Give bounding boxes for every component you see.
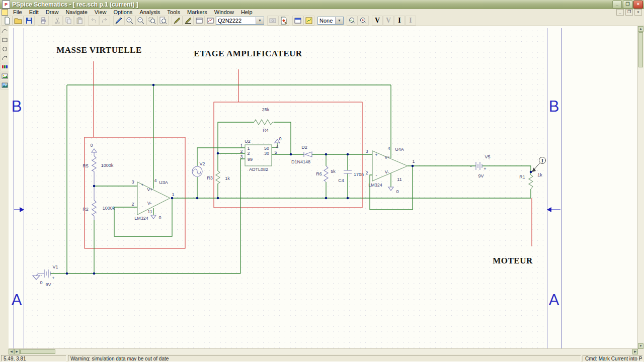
minimize-button[interactable]: _ bbox=[612, 1, 622, 9]
u4a-pin4[interactable]: 4 bbox=[387, 146, 390, 151]
menu-options[interactable]: Options bbox=[110, 9, 136, 16]
draw-rectangle-tool[interactable] bbox=[1, 36, 9, 44]
redo-icon[interactable] bbox=[99, 16, 110, 26]
insert-picture-tool[interactable] bbox=[1, 72, 9, 80]
label-masse-virtuelle[interactable]: MASSE VIRTUELLE bbox=[56, 45, 142, 55]
u4a-vminus[interactable]: V- bbox=[385, 169, 389, 174]
get-recent-part-icon[interactable] bbox=[205, 16, 216, 26]
r5-value[interactable]: 1000k bbox=[101, 163, 114, 168]
menu-file[interactable]: File bbox=[10, 9, 26, 16]
u2-pin5[interactable]: 5 bbox=[274, 150, 277, 155]
c4-value[interactable]: 170n bbox=[354, 172, 364, 177]
frame-row-b-right[interactable]: B bbox=[549, 98, 559, 116]
edit-symbol-icon[interactable] bbox=[267, 16, 278, 26]
u4a-pin3[interactable]: 3 bbox=[365, 149, 368, 154]
document-icon[interactable] bbox=[2, 9, 8, 16]
v1-value[interactable]: 9V bbox=[45, 282, 51, 287]
horizontal-scroll-thumb[interactable] bbox=[20, 349, 55, 354]
r4-name[interactable]: R4 bbox=[263, 128, 269, 133]
get-new-part-button[interactable] bbox=[278, 16, 289, 26]
d2-part[interactable]: D1N4148 bbox=[291, 159, 310, 164]
gnd-label-u4a[interactable]: 0 bbox=[396, 189, 398, 194]
u3a-plus[interactable]: + bbox=[141, 183, 143, 188]
v5-name[interactable]: V5 bbox=[485, 154, 490, 159]
d2-name[interactable]: D2 bbox=[301, 145, 307, 150]
gnd-label-v1[interactable]: 0 bbox=[40, 280, 42, 285]
draw-circle-tool[interactable] bbox=[1, 45, 9, 53]
menu-window[interactable]: Window bbox=[211, 9, 237, 16]
u4a-vplus[interactable]: V+ bbox=[384, 155, 390, 160]
schematic-canvas[interactable]: MASSE VIRTUELLEETAGE AMPLIFICATEURMOTEUR… bbox=[9, 26, 638, 349]
cut-icon[interactable] bbox=[52, 16, 63, 26]
horizontal-scrollbar[interactable]: ◀ ▶ ▶ bbox=[9, 348, 638, 354]
gnd-label-r5[interactable]: 0 bbox=[90, 143, 93, 148]
view-bias-icon[interactable] bbox=[358, 16, 369, 26]
r4-value[interactable]: 25k bbox=[262, 107, 270, 112]
menu-navigate[interactable]: Navigate bbox=[62, 9, 91, 16]
vertical-scroll-thumb[interactable] bbox=[638, 32, 643, 67]
draw-wire-button[interactable] bbox=[113, 16, 124, 26]
label-moteur[interactable]: MOTEUR bbox=[493, 256, 533, 266]
new-file-button[interactable] bbox=[2, 16, 13, 26]
r1-name[interactable]: R1 bbox=[519, 174, 525, 179]
simulate-button[interactable] bbox=[303, 16, 314, 26]
u3a-pin11[interactable]: 11 bbox=[147, 209, 152, 214]
save-button[interactable] bbox=[24, 16, 35, 26]
v2-name[interactable]: V2 bbox=[199, 161, 205, 166]
v5-value[interactable]: 9V bbox=[478, 173, 484, 178]
child-close-button[interactable]: x bbox=[634, 9, 642, 16]
u4a-name[interactable]: U4A bbox=[395, 147, 404, 152]
copy-icon[interactable] bbox=[63, 16, 74, 26]
vertical-scrollbar[interactable]: ▲ ▼ bbox=[637, 26, 644, 349]
u3a-vminus[interactable]: V- bbox=[147, 201, 152, 206]
paste-icon[interactable] bbox=[74, 16, 85, 26]
view-simulation-results-icon[interactable] bbox=[347, 16, 358, 26]
u4a-minus[interactable]: - bbox=[376, 173, 377, 178]
zoom-out-button[interactable] bbox=[135, 16, 146, 26]
u3a-name[interactable]: U3A bbox=[159, 180, 168, 185]
part-combobox-dropdown-icon[interactable]: ▼ bbox=[256, 17, 264, 24]
r6-name[interactable]: R6 bbox=[316, 171, 322, 176]
setup-analysis-button[interactable] bbox=[292, 16, 303, 26]
menu-analysis[interactable]: Analysis bbox=[136, 9, 164, 16]
menu-tools[interactable]: Tools bbox=[164, 9, 184, 16]
u2-in99[interactable]: 99 bbox=[248, 157, 253, 162]
current-marker-button[interactable]: I bbox=[394, 16, 405, 26]
frame-row-b-left[interactable]: B bbox=[12, 98, 22, 116]
u2-part[interactable]: ADTL082 bbox=[249, 167, 268, 172]
current-marker-letter[interactable]: I bbox=[541, 158, 543, 163]
draw-polyline-tool[interactable] bbox=[1, 27, 9, 35]
part-combobox[interactable]: Q2N2222 ▼ bbox=[216, 17, 264, 25]
undo-icon[interactable] bbox=[88, 16, 99, 26]
gnd-label-u3a[interactable]: 0 bbox=[158, 215, 161, 220]
u2-pin3[interactable]: 3 bbox=[240, 154, 243, 159]
r2-name[interactable]: R2 bbox=[83, 207, 89, 212]
r5-name[interactable]: R5 bbox=[83, 163, 89, 168]
u3a-pin4[interactable]: 4 bbox=[154, 178, 156, 183]
r2-value[interactable]: 1000k bbox=[103, 206, 115, 211]
u2-in1[interactable]: 1 bbox=[247, 146, 250, 151]
viewpoint-combobox[interactable]: None ▼ bbox=[317, 17, 344, 25]
menu-help[interactable]: Help bbox=[237, 9, 256, 16]
v1-plus[interactable]: + bbox=[52, 276, 54, 281]
v5-minus[interactable]: - bbox=[470, 164, 472, 169]
v1-name[interactable]: V1 bbox=[52, 264, 58, 269]
u2-in2[interactable]: 2 bbox=[247, 151, 250, 156]
v5-plus[interactable]: + bbox=[484, 166, 486, 171]
draw-block-tool-icon[interactable] bbox=[194, 16, 205, 26]
draw-text-tool[interactable] bbox=[1, 63, 9, 71]
open-file-button[interactable] bbox=[13, 16, 24, 26]
menu-draw[interactable]: Draw bbox=[42, 9, 62, 16]
r3-value[interactable]: 1k bbox=[225, 176, 230, 181]
r1-value[interactable]: 1k bbox=[537, 172, 542, 177]
u2-pin4[interactable]: 4 bbox=[276, 144, 278, 149]
child-minimize-button[interactable]: _ bbox=[616, 9, 624, 16]
close-button[interactable]: × bbox=[633, 1, 643, 9]
u2-name[interactable]: U2 bbox=[245, 139, 251, 144]
print-button[interactable] bbox=[38, 16, 49, 26]
frame-row-a-left[interactable]: A bbox=[12, 291, 22, 309]
u4a-pin11[interactable]: 11 bbox=[397, 177, 401, 182]
scroll-down-icon[interactable]: ▼ bbox=[638, 343, 643, 349]
scroll-up-icon[interactable]: ▲ bbox=[638, 26, 643, 32]
scroll-left-icon[interactable]: ◀ bbox=[9, 349, 14, 354]
